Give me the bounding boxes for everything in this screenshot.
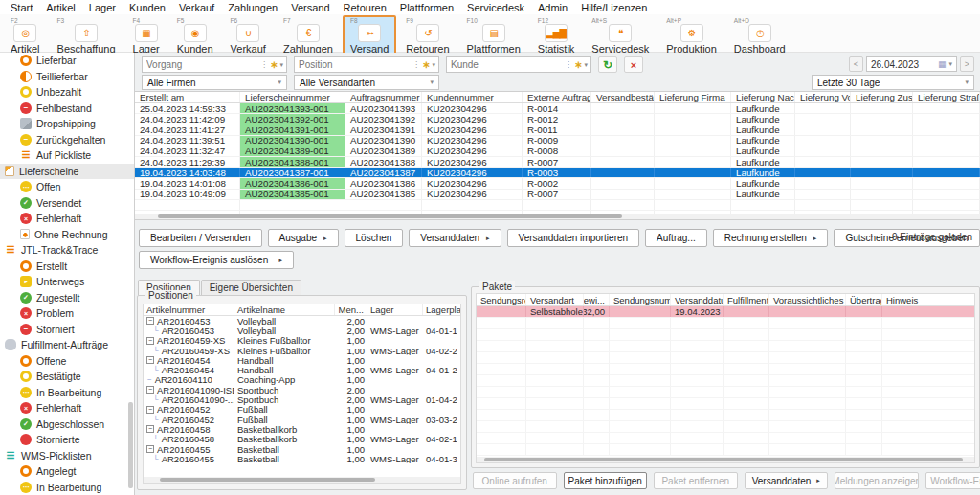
sidebar-item-unbezahlt[interactable]: Unbezahlt: [0, 84, 134, 101]
position-row[interactable]: −AR20160452Fußball1,00: [144, 405, 460, 415]
menu-versand[interactable]: Versand: [284, 2, 336, 13]
sidebar-item-fehlerhaft[interactable]: ×Fehlerhaft: [0, 400, 134, 416]
collapse-icon[interactable]: −: [146, 317, 154, 325]
column-header-men[interactable]: Men...: [335, 304, 368, 315]
position-row[interactable]: └AR20160459-XSKleines Fußballtor1,00WMS-…: [144, 346, 460, 355]
column-header-lieferung-vor[interactable]: Lieferung Vor...: [795, 92, 851, 102]
paket-hinzufügen-button[interactable]: Paket hinzufügen: [564, 472, 648, 489]
tab-eigene-übersichten[interactable]: Eigene Übersichten: [201, 280, 301, 296]
toolbar-plattformen[interactable]: F10▤Plattformen: [459, 15, 528, 57]
sidebar-item-wms-picklisten[interactable]: ☰WMS-Picklisten: [0, 448, 134, 464]
sidebar-item-offene[interactable]: Offene: [0, 353, 134, 370]
toolbar-retouren[interactable]: F9↺Retouren: [398, 15, 457, 57]
column-header-übertragung[interactable]: Übertragung...: [846, 294, 882, 305]
column-header-lieferung-zusatz[interactable]: Lieferung Zusatz: [851, 92, 913, 102]
sidebar-item-fehlerhaft[interactable]: ×Fehlerhaft: [0, 211, 134, 227]
collapse-icon[interactable]: −: [146, 356, 154, 364]
position-row[interactable]: −AR20160454Handball1,00: [144, 355, 460, 365]
table-hscrollbar[interactable]: [135, 214, 980, 219]
column-header-sendungsref[interactable]: Sendungsref...: [477, 294, 526, 305]
column-header-erstellt-am[interactable]: Erstellt am: [135, 92, 240, 102]
vorgang-input[interactable]: [143, 59, 260, 70]
column-header-gewi[interactable]: Gewi...: [584, 294, 610, 305]
delivery-note-row[interactable]: 24.04.2023 11:42:09AU2023041392-001AU202…: [135, 114, 980, 124]
sidebar-item-bestätigte[interactable]: Bestätigte: [0, 369, 134, 385]
sidebar-scrollbar-thumb[interactable]: [128, 402, 133, 488]
sidebar-item-erstellt[interactable]: Erstellt: [0, 259, 134, 275]
sidebar-item-problem[interactable]: ×Problem: [0, 305, 134, 322]
column-header-sendungsnumm[interactable]: Sendungsnumm...: [610, 294, 671, 305]
löschen-button[interactable]: Löschen: [345, 229, 404, 247]
column-header-lieferung-straße[interactable]: Lieferung Straße: [913, 92, 980, 102]
sidebar-item-dropshipping[interactable]: Dropshipping: [0, 116, 134, 132]
vorgang-filter-options-button[interactable]: ⋮∗▾: [260, 59, 286, 70]
delivery-note-row[interactable]: 24.04.2023 11:39:51AU2023041390-001AU202…: [135, 136, 980, 146]
sidebar-item-stornierte[interactable]: −Stornierte: [0, 432, 134, 448]
date-picker[interactable]: 26.04.2023 ▦ ▾: [866, 56, 957, 72]
sidebar-item-unterwegs[interactable]: ▸Unterwegs: [0, 274, 134, 290]
column-header-lagerplatz[interactable]: Lagerplatz: [423, 304, 461, 315]
toolbar-zahlungen[interactable]: F7€Zahlungen: [276, 15, 341, 57]
position-row[interactable]: └AR20160452Fußball1,00WMS-Lager03-03-2: [144, 415, 460, 424]
sidebar-item-auf-pickliste[interactable]: ☰Auf Pickliste: [0, 147, 134, 164]
toolbar-beschaffung[interactable]: F3⇧Beschaffung: [50, 15, 123, 57]
column-header-kundennummer[interactable]: Kundennummer: [422, 92, 523, 102]
delivery-note-row[interactable]: 25.04.2023 14:59:33AU2023041393-001AU202…: [135, 103, 980, 114]
menu-lager[interactable]: Lager: [82, 2, 122, 13]
column-header-externe-auftragsn[interactable]: Externe Auftragsn...: [523, 92, 591, 102]
sidebar-item-zurückgehalten[interactable]: −Zurückgehalten: [0, 132, 134, 148]
sidebar-item-in-bearbeitung[interactable]: ⋯In Bearbeitung: [0, 385, 134, 401]
column-header-versandbestätig[interactable]: Versandbestätig...: [591, 92, 655, 102]
position-input[interactable]: [295, 59, 412, 70]
position-row[interactable]: └AR2016041090-...Sportbuch2,00WMS-Lager0…: [144, 394, 460, 404]
menu-zahlungen[interactable]: Zahlungen: [221, 2, 284, 13]
previous-day-button[interactable]: <: [849, 56, 863, 72]
sidebar-item-in-bearbeitung[interactable]: ⋯In Bearbeitung: [0, 480, 134, 495]
toolbar-kunden[interactable]: F5◉Kunden: [169, 15, 221, 57]
versanddaten-button[interactable]: Versanddaten▸: [409, 229, 501, 247]
versanddaten-button[interactable]: Versanddaten▸: [745, 472, 829, 489]
hscrollbar-thumb[interactable]: [158, 214, 622, 218]
column-header-lieferung-firma[interactable]: Lieferung Firma: [655, 92, 731, 102]
sidebar-item-versendet[interactable]: ✓Versendet: [0, 195, 134, 212]
position-row[interactable]: └AR20160458Basketballkorb1,00WMS-Lager04…: [144, 435, 460, 444]
collapse-icon[interactable]: −: [146, 386, 154, 394]
position-row[interactable]: −AR201604110Coaching-App1,00: [144, 375, 460, 385]
toolbar-statistik[interactable]: F12▂▅▇Statistik: [530, 15, 583, 57]
menu-artikel[interactable]: Artikel: [39, 2, 82, 13]
menu-kunden[interactable]: Kunden: [122, 2, 172, 13]
column-header-artikelname[interactable]: Artikelname: [234, 304, 335, 315]
versandarten-select[interactable]: Alle Versandarten ▾: [294, 75, 439, 90]
delivery-note-row[interactable]: 24.04.2023 11:32:47AU2023041389-001AU202…: [135, 146, 980, 157]
position-row[interactable]: −AR20160453Volleyball2,00: [144, 316, 460, 326]
toolbar-lager[interactable]: F4▦Lager: [125, 15, 167, 57]
sidebar-item-storniert[interactable]: −Storniert: [0, 322, 134, 338]
rechnung-erstellen-button[interactable]: Rechnung erstellen▸: [713, 229, 829, 247]
delivery-note-row[interactable]: 19.04.2023 14:01:08AU2023041386-001AU202…: [135, 178, 980, 189]
menu-verkauf[interactable]: Verkauf: [172, 2, 221, 13]
workflow-event-button[interactable]: Workflow-Ereignis auslösen ▸: [139, 251, 294, 269]
menu-hilfe-lizenzen[interactable]: Hilfe/Lizenzen: [574, 2, 654, 13]
position-row[interactable]: −AR20160458Basketballkorb1,00: [144, 424, 460, 434]
sidebar-item-abgeschlossen[interactable]: ✓Abgeschlossen: [0, 416, 134, 433]
position-row[interactable]: −AR2016041090-ISBNSportbuch2,00: [144, 385, 460, 394]
delivery-note-row[interactable]: 24.04.2023 11:29:39AU2023041388-001AU202…: [135, 157, 980, 168]
sidebar-item-fehlbestand[interactable]: −Fehlbestand: [0, 101, 134, 117]
hscrollbar-thumb[interactable]: [160, 478, 375, 482]
position-row[interactable]: −AR20160459-XSKleines Fußballtor1,00: [144, 336, 460, 346]
menu-servicedesk[interactable]: Servicedesk: [460, 2, 531, 13]
sidebar-item-jtl-track-trace[interactable]: ☰JTL-Track&Trace: [0, 242, 134, 259]
menu-retouren[interactable]: Retouren: [337, 2, 393, 13]
position-row[interactable]: └AR20160455Basketball1,00WMS-Lager04-01-…: [144, 454, 460, 463]
sidebar-item-lieferscheine[interactable]: Lieferscheine: [0, 164, 134, 180]
collapse-icon[interactable]: −: [146, 425, 154, 433]
menu-admin[interactable]: Admin: [531, 2, 574, 13]
collapse-icon[interactable]: −: [146, 337, 154, 345]
column-header-fulfillment[interactable]: Fulfillment-...: [724, 294, 769, 305]
sidebar-item-zugestellt[interactable]: ✓Zugestellt: [0, 290, 134, 306]
column-header-voraussichtliches-lief[interactable]: Voraussichtliches Lief...: [769, 294, 846, 305]
position-filter-options-button[interactable]: ⋮∗▾: [412, 59, 438, 70]
toolbar-versand[interactable]: F8➳Versand: [343, 15, 396, 57]
sidebar-item-offen[interactable]: ⋯Offen: [0, 179, 134, 195]
position-row[interactable]: −AR20160455Basketball1,00: [144, 444, 460, 454]
